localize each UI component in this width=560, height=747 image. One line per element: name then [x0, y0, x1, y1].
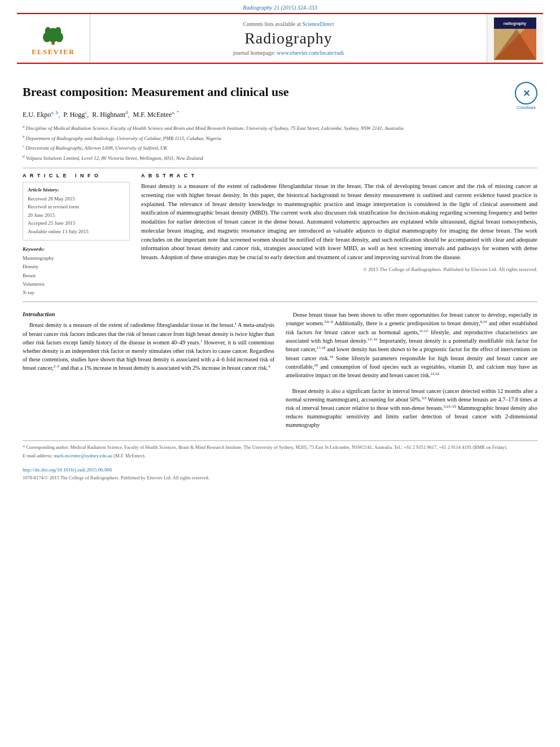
affiliations: a Discipline of Medical Radiation Scienc… — [23, 124, 537, 162]
article-info-box: Article history: Received 28 May 2015 Re… — [23, 182, 130, 241]
elsevier-tree-icon — [36, 21, 70, 46]
keywords-box: Keywords: Mammography Density Breast Vol… — [23, 246, 130, 297]
author-2: P. Hogg — [63, 111, 85, 119]
intro-text-left: Breast density is a measure of the exten… — [23, 321, 274, 372]
citation-text: Radiography 21 (2015) 324–333 — [243, 5, 317, 11]
publisher-logo-area: ELSEVIER — [17, 14, 90, 63]
doi-line: http://dx.doi.org/10.1016/j.radi.2015.06… — [23, 467, 560, 473]
author-4: M.F. McEntee — [133, 111, 172, 119]
sciencedirect-link: Contents lists available at ScienceDirec… — [243, 21, 334, 27]
available-date: Available online 13 July 2015 — [28, 228, 125, 235]
info-abstract-section: A R T I C L E I N F O Article history: R… — [23, 173, 537, 297]
keyword-5: X-ray — [23, 289, 130, 297]
affil-c: c Directorate of Radiography, Allerton L… — [23, 143, 537, 152]
journal-title: Radiography — [244, 29, 333, 47]
author-1: E.U. Ekpo — [23, 111, 51, 119]
author-3: R. Highnam — [92, 111, 125, 119]
svg-text:radiography: radiography — [504, 21, 527, 26]
homepage-url[interactable]: www.elsevier.com/locate/radi — [277, 50, 344, 56]
copyright-notice: © 2015 The College of Radiographers. Pub… — [141, 267, 537, 272]
svg-point-5 — [55, 27, 62, 34]
keywords-heading: Keywords: — [23, 246, 130, 252]
keywords-list: Mammography Density Breast Volumetric X-… — [23, 254, 130, 297]
footnote-section: * Corresponding author. Medical Radiatio… — [23, 440, 537, 464]
abstract-label: A B S T R A C T — [141, 173, 537, 178]
corresponding-footnote: * Corresponding author. Medical Radiatio… — [23, 444, 537, 451]
journal-header-center: Contents lists available at ScienceDirec… — [90, 14, 487, 63]
intro-text-right: Dense breast tissue has been shown to of… — [286, 311, 537, 379]
article-body: Breast composition: Measurement and clin… — [0, 64, 560, 435]
email-footnote: E-mail address: mark.mcentee@sydney.edu.… — [23, 453, 537, 460]
elsevier-logo: ELSEVIER — [32, 21, 75, 56]
bottom-footer: 1078-8174/© 2015 The College of Radiogra… — [23, 475, 537, 486]
journal-citation: Radiography 21 (2015) 324–333 — [0, 0, 560, 13]
email-link[interactable]: mark.mcentee@sydney.edu.au — [54, 453, 112, 458]
journal-cover-svg: radiography — [494, 18, 536, 60]
revised-label: Received in revised form — [28, 203, 125, 211]
abstract-text: Breast density is a measure of the exten… — [141, 182, 537, 262]
affil-d: d Volpara Solutions Limited, Level 12, 8… — [23, 154, 537, 163]
body-content: Introduction Breast density is a measure… — [23, 311, 537, 429]
received-date: Received 28 May 2015 — [28, 195, 125, 203]
crossmark-badge: ✕ CrossMark — [515, 82, 537, 110]
keyword-4: Volumetric — [23, 280, 130, 289]
journal-homepage: journal homepage: www.elsevier.com/locat… — [233, 50, 344, 56]
divider-1 — [23, 168, 537, 168]
journal-cover-image: radiography — [494, 18, 536, 60]
abstract-column: A B S T R A C T Breast density is a meas… — [141, 173, 537, 297]
article-info-column: A R T I C L E I N F O Article history: R… — [23, 173, 130, 297]
keyword-2: Density — [23, 263, 130, 271]
doi-link[interactable]: http://dx.doi.org/10.1016/j.radi.2015.06… — [23, 467, 112, 473]
body-col-right: Dense breast tissue has been shown to of… — [286, 311, 537, 429]
keyword-1: Mammography — [23, 254, 130, 263]
intro-text-right-2: Breast density is also a significant fac… — [286, 387, 537, 430]
accepted-date: Accepted 25 June 2015 — [28, 219, 125, 227]
journal-cover-area: radiography — [487, 14, 543, 63]
keyword-3: Breast — [23, 272, 130, 280]
article-title: Breast composition: Measurement and clin… — [23, 85, 289, 99]
elsevier-label: ELSEVIER — [32, 48, 75, 56]
divider-2 — [23, 302, 537, 302]
affil-b: b Department of Radiography and Radiolog… — [23, 134, 537, 143]
header-banner: ELSEVIER Contents lists available at Sci… — [17, 13, 543, 64]
authors-line: E.U. Ekpoa, b, P. Hoggc, R. Highnamd, M.… — [23, 110, 537, 119]
body-col-left: Introduction Breast density is a measure… — [23, 311, 274, 429]
svg-point-4 — [45, 27, 51, 34]
article-info-label: A R T I C L E I N F O — [23, 173, 130, 178]
intro-heading: Introduction — [23, 311, 274, 317]
affil-a: a Discipline of Medical Radiation Scienc… — [23, 124, 537, 133]
article-history-heading: Article history: — [28, 187, 125, 193]
page: Radiography 21 (2015) 324–333 ELSEVIER C… — [0, 0, 560, 747]
sciencedirect-anchor[interactable]: ScienceDirect — [302, 21, 334, 27]
revised-date: 20 June 2015 — [28, 211, 125, 219]
